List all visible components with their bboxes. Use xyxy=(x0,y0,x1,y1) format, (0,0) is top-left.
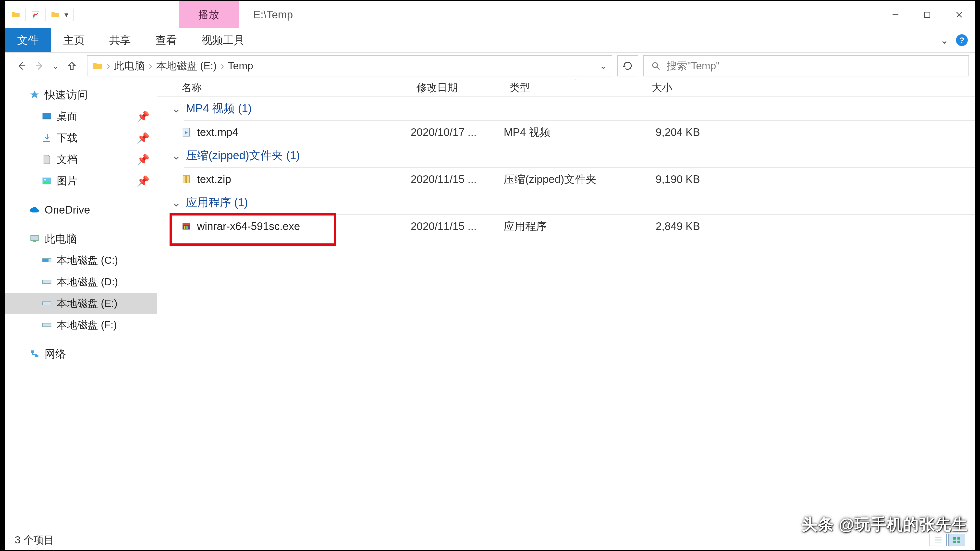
zip-file-icon xyxy=(181,175,191,184)
video-file-icon xyxy=(181,127,191,137)
drive-icon xyxy=(41,298,52,308)
svg-rect-21 xyxy=(30,351,34,353)
crumb-folder[interactable]: Temp xyxy=(228,60,253,72)
group-header-exe[interactable]: ⌄应用程序 (1) xyxy=(157,191,975,214)
separator xyxy=(25,9,26,21)
search-placeholder: 搜索"Temp" xyxy=(667,59,720,73)
help-icon[interactable]: ? xyxy=(956,34,968,46)
address-bar[interactable]: › 此电脑 › 本地磁盘 (E:) › Temp ⌄ xyxy=(87,56,612,76)
drive-icon xyxy=(41,255,52,265)
crumb-sep-icon[interactable]: › xyxy=(107,60,110,72)
sidebar-downloads[interactable]: 下载 📌 xyxy=(5,127,157,149)
view-icons-button[interactable] xyxy=(948,534,965,546)
crumb-this-pc[interactable]: 此电脑 xyxy=(114,59,145,73)
address-row: ⌄ › 此电脑 › 本地磁盘 (E:) › Temp ⌄ 搜索"Temp" xyxy=(5,52,975,79)
close-button[interactable] xyxy=(943,1,975,28)
nav-history-icon[interactable]: ⌄ xyxy=(52,61,59,71)
sidebar-onedrive[interactable]: OneDrive xyxy=(5,199,157,221)
pc-icon xyxy=(29,233,40,244)
crumb-sep-icon[interactable]: › xyxy=(221,60,224,72)
sidebar-drive-e[interactable]: 本地磁盘 (E:) xyxy=(5,293,157,314)
explorer-window: ▾ 播放 E:\Temp 文件 主页 共享 查看 视频工具 ⌄ ? ⌄ xyxy=(5,1,975,550)
sidebar-pictures[interactable]: 图片 📌 xyxy=(5,170,157,192)
tab-view[interactable]: 查看 xyxy=(143,28,189,52)
file-row[interactable]: text.zip 2020/11/15 ... 压缩(zipped)文件夹 9,… xyxy=(157,168,975,191)
sidebar-quick-access[interactable]: 快速访问 xyxy=(5,84,157,106)
document-icon xyxy=(41,154,52,165)
ribbon-expand-icon[interactable]: ⌄ xyxy=(940,35,949,46)
window-title: E:\Temp xyxy=(239,1,293,28)
group-header-zip[interactable]: ⌄压缩(zipped)文件夹 (1) xyxy=(157,144,975,167)
refresh-button[interactable] xyxy=(617,56,638,76)
folder-icon xyxy=(11,10,20,19)
nav-back-icon[interactable] xyxy=(16,60,27,71)
maximize-button[interactable] xyxy=(912,1,943,28)
item-count: 3 个项目 xyxy=(15,533,54,547)
svg-rect-29 xyxy=(186,226,188,229)
col-name[interactable]: 名称 xyxy=(181,81,417,95)
search-input[interactable]: 搜索"Temp" xyxy=(643,56,969,76)
pictures-icon xyxy=(41,176,52,186)
sidebar-drive-d[interactable]: 本地磁盘 (D:) xyxy=(5,271,157,293)
col-type[interactable]: 类型⌃ xyxy=(510,81,652,95)
svg-rect-17 xyxy=(43,259,49,262)
svg-rect-9 xyxy=(43,113,51,119)
tab-home[interactable]: 主页 xyxy=(51,28,97,52)
context-tab-play[interactable]: 播放 xyxy=(179,1,239,28)
svg-rect-11 xyxy=(43,141,50,142)
col-size[interactable]: 大小 xyxy=(652,81,750,95)
chevron-down-icon: ⌄ xyxy=(172,196,181,209)
file-row[interactable]: winrar-x64-591sc.exe 2020/11/15 ... 应用程序… xyxy=(157,215,975,238)
svg-rect-2 xyxy=(925,12,930,17)
svg-rect-25 xyxy=(186,176,187,183)
crumb-drive[interactable]: 本地磁盘 (E:) xyxy=(156,59,216,73)
svg-rect-34 xyxy=(958,537,960,540)
sidebar-network[interactable]: 网络 xyxy=(5,343,157,365)
nav-forward-icon xyxy=(34,60,45,71)
chevron-down-icon: ⌄ xyxy=(172,149,181,162)
svg-rect-27 xyxy=(183,223,190,225)
chevron-down-icon: ⌄ xyxy=(172,102,181,115)
svg-rect-36 xyxy=(958,541,960,543)
sidebar-documents[interactable]: 文档 📌 xyxy=(5,149,157,170)
crumb-sep-icon[interactable]: › xyxy=(149,60,152,72)
sort-ascending-icon: ⌃ xyxy=(573,79,580,85)
download-icon xyxy=(41,133,52,143)
navigation-pane: 快速访问 桌面 📌 下载 📌 文档 📌 图片 📌 xyxy=(5,79,157,530)
svg-rect-35 xyxy=(953,541,956,543)
sidebar-drive-f[interactable]: 本地磁盘 (F:) xyxy=(5,314,157,336)
file-row[interactable]: text.mp4 2020/10/17 ... MP4 视频 9,204 KB xyxy=(157,121,975,144)
cloud-icon xyxy=(29,205,40,215)
svg-point-13 xyxy=(45,179,46,181)
tab-share[interactable]: 共享 xyxy=(97,28,143,52)
separator xyxy=(73,9,74,21)
svg-rect-28 xyxy=(184,226,186,229)
sidebar-this-pc[interactable]: 此电脑 xyxy=(5,228,157,249)
nav-up-icon[interactable] xyxy=(67,60,77,71)
svg-rect-33 xyxy=(953,537,956,540)
svg-rect-14 xyxy=(30,235,38,240)
address-dropdown-icon[interactable]: ⌄ xyxy=(600,61,607,71)
properties-icon[interactable] xyxy=(31,10,40,19)
star-icon xyxy=(29,90,40,100)
folder-icon-2[interactable] xyxy=(51,10,60,19)
column-headers: 名称 修改日期 类型⌃ 大小 xyxy=(157,79,975,97)
network-icon xyxy=(29,349,40,359)
exe-file-icon xyxy=(181,221,191,231)
ribbon-tabs: 文件 主页 共享 查看 视频工具 ⌄ ? xyxy=(5,28,975,52)
svg-rect-19 xyxy=(43,302,51,305)
search-icon xyxy=(651,61,661,71)
view-details-button[interactable] xyxy=(929,534,947,546)
pin-icon: 📌 xyxy=(137,175,150,187)
svg-rect-15 xyxy=(33,241,36,243)
col-date[interactable]: 修改日期 xyxy=(417,81,510,95)
sidebar-drive-c[interactable]: 本地磁盘 (C:) xyxy=(5,249,157,271)
svg-rect-18 xyxy=(43,280,51,284)
tab-file[interactable]: 文件 xyxy=(5,28,51,52)
minimize-button[interactable] xyxy=(880,1,912,28)
group-header-mp4[interactable]: ⌄MP4 视频 (1) xyxy=(157,97,975,120)
tab-video-tools[interactable]: 视频工具 xyxy=(189,28,257,52)
sidebar-desktop[interactable]: 桌面 📌 xyxy=(5,106,157,127)
qat-dropdown-icon[interactable]: ▾ xyxy=(64,10,68,19)
content-area: 快速访问 桌面 📌 下载 📌 文档 📌 图片 📌 xyxy=(5,79,975,530)
